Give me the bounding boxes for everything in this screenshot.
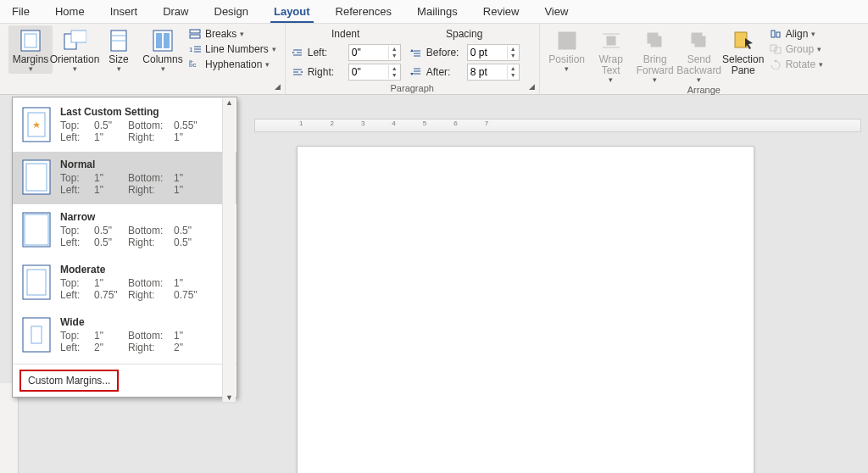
group-icon [769,43,782,55]
margin-preset-icon [21,211,52,248]
svg-marker-29 [410,49,414,52]
margin-preset-item[interactable]: NarrowTop:0.5"Bottom:0.5"Left:0.5"Right:… [13,204,236,257]
tab-review[interactable]: Review [480,2,523,23]
spacing-before-input[interactable] [468,45,507,60]
tab-design[interactable]: Design [211,2,252,23]
send-backward-button[interactable]: Send Backward ▾ [677,25,721,85]
margin-preset-item[interactable]: ModerateTop:1"Bottom:1"Left:0.75"Right:0… [13,257,236,309]
spin-up-icon[interactable]: ▲ [508,65,519,72]
group-objects-button[interactable]: Group ▾ [765,42,826,56]
line-numbers-button[interactable]: 1 Line Numbers ▾ [185,42,280,56]
svg-marker-21 [292,52,295,53]
tab-mailings[interactable]: Mailings [414,2,461,23]
selection-pane-label: Selection Pane [722,54,764,76]
spin-down-icon[interactable]: ▼ [508,53,519,59]
chevron-down-icon: ▾ [817,45,821,53]
indent-right-input[interactable] [349,64,388,80]
margin-preset-item[interactable]: NormalTop:1"Bottom:1"Left:1"Right:1" [13,152,236,204]
breaks-button[interactable]: Breaks ▾ [185,27,280,41]
paragraph-dialog-launcher[interactable]: ◢ [527,82,537,92]
chevron-down-icon: ▾ [653,76,657,83]
indent-left-spinbox[interactable]: ▲▼ [348,44,401,61]
spacing-before-spinbox[interactable]: ▲▼ [467,44,520,61]
scroll-down-icon[interactable]: ▼ [223,393,236,402]
spin-down-icon[interactable]: ▼ [389,72,400,79]
margin-preset-icon [21,316,52,353]
spin-up-icon[interactable]: ▲ [508,46,519,53]
bring-forward-button[interactable]: Bring Forward ▾ [633,25,677,85]
columns-icon [151,29,175,53]
document-page[interactable] [297,146,754,473]
hyphenation-button[interactable]: bca- Hyphenation ▾ [185,58,280,71]
send-backward-label: Send Backward [676,54,721,76]
rotate-icon [769,58,782,70]
align-label: Align [786,28,809,40]
tab-file[interactable]: File [8,2,33,23]
margin-preset-name: Normal [60,159,228,170]
spin-up-icon[interactable]: ▲ [389,65,400,72]
group-objects-label: Group [786,43,814,55]
tab-view[interactable]: View [541,2,571,23]
chevron-down-icon: ▾ [265,60,270,69]
tab-insert[interactable]: Insert [107,2,142,23]
wrap-text-button[interactable]: Wrap Text ▾ [589,25,633,85]
margin-preset-text: ModerateTop:1"Bottom:1"Left:0.75"Right:0… [60,264,228,301]
chevron-down-icon: ▾ [272,45,276,53]
position-button[interactable]: Position ▾ [545,25,589,74]
hyphenation-label: Hyphenation [205,58,262,70]
svg-rect-10 [190,30,200,33]
page-setup-dialog-launcher[interactable]: ◢ [273,82,283,92]
chevron-down-icon: ▾ [811,30,815,38]
svg-rect-36 [607,36,615,45]
bring-forward-label: Bring Forward [637,54,674,76]
panel-scrollbar[interactable]: ▲ ▼ [222,98,236,402]
chevron-down-icon: ▾ [819,60,823,69]
svg-rect-8 [156,33,162,48]
spin-up-icon[interactable]: ▲ [389,46,400,53]
svg-rect-44 [771,31,775,37]
ribbon-layout: Margins ▾ Orientation ▾ Size ▾ [0,24,868,95]
indent-right-label: Right: [308,66,345,78]
margin-preset-text: Last Custom SettingTop:0.5"Bottom:0.55"L… [60,106,228,143]
margin-preset-item[interactable]: Last Custom SettingTop:0.5"Bottom:0.55"L… [13,99,236,152]
align-button[interactable]: Align ▾ [765,27,826,41]
size-button[interactable]: Size ▾ [97,25,141,74]
columns-button[interactable]: Columns ▾ [141,25,185,74]
svg-rect-52 [23,160,50,194]
margins-panel-footer: Custom Margins... [13,364,236,397]
svg-marker-33 [410,73,414,75]
spin-down-icon[interactable]: ▼ [389,53,400,59]
spin-down-icon[interactable]: ▼ [508,72,519,79]
line-numbers-icon: 1 [188,43,202,55]
rotate-button[interactable]: Rotate ▾ [765,58,826,71]
margin-preset-item[interactable]: WideTop:1"Bottom:1"Left:2"Right:2" [13,309,236,362]
horizontal-ruler[interactable]: 1234567 [254,119,861,132]
tab-home[interactable]: Home [52,2,88,23]
spacing-after-label: After: [426,66,464,78]
margins-button[interactable]: Margins ▾ [8,25,53,74]
svg-marker-25 [300,71,303,73]
indent-left-input[interactable] [349,45,388,60]
spacing-after-input[interactable] [468,64,507,80]
margin-preset-text: NormalTop:1"Bottom:1"Left:1"Right:1" [60,159,228,196]
selection-pane-button[interactable]: Selection Pane [721,25,765,78]
tab-layout[interactable]: Layout [270,2,314,23]
custom-margins-button[interactable]: Custom Margins... [19,370,119,392]
group-paragraph: Indent Left: ▲▼ Right: [286,24,540,94]
svg-marker-48 [774,59,777,62]
scroll-up-icon[interactable]: ▲ [223,98,236,107]
chevron-down-icon: ▾ [73,65,77,72]
tab-references[interactable]: References [332,2,395,23]
indent-right-spinbox[interactable]: ▲▼ [348,64,401,81]
tab-strip: File Home Insert Draw Design Layout Refe… [0,0,868,24]
spacing-heading: Spacing [409,28,520,40]
svg-rect-3 [71,31,86,42]
spacing-after-icon [409,66,423,78]
svg-rect-58 [23,318,50,352]
svg-rect-40 [648,33,658,43]
svg-text:1: 1 [189,46,193,53]
tab-draw[interactable]: Draw [159,2,192,23]
size-icon [107,29,131,53]
spacing-after-spinbox[interactable]: ▲▼ [467,64,520,81]
orientation-button[interactable]: Orientation ▾ [53,25,97,74]
